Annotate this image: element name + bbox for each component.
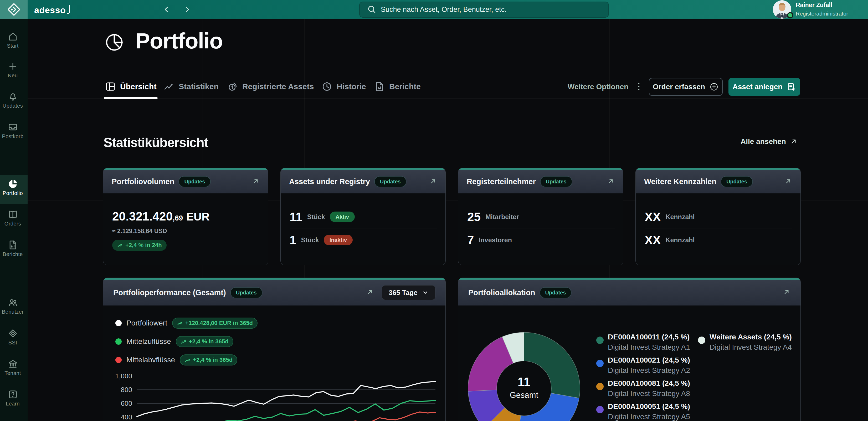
svg-text:400: 400 <box>121 413 132 421</box>
svg-text:800: 800 <box>121 386 132 394</box>
svg-text:11: 11 <box>518 375 531 389</box>
svg-text:600: 600 <box>121 399 132 407</box>
svg-text:Gesamt: Gesamt <box>510 391 538 400</box>
svg-text:1,000: 1,000 <box>115 372 132 380</box>
